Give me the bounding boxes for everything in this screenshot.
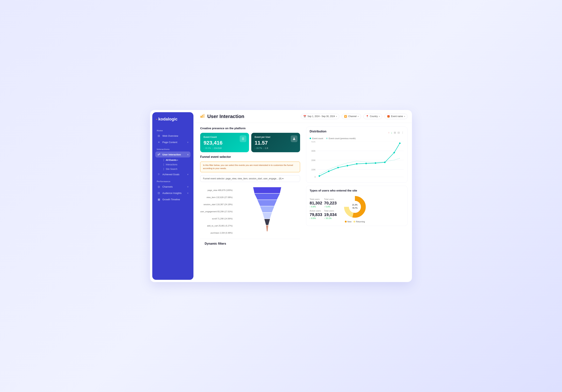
chevron-icon-3: ▾ <box>379 115 380 117</box>
distribution-title: Distribution <box>310 130 327 133</box>
main-area: User Interaction 📅 Sep 1, 2024 - Sep 30,… <box>196 110 412 282</box>
funnel-row-label-3: user_engagement 83,299 (17.01%) <box>200 208 234 215</box>
event-count-label: Event Count <box>204 136 246 138</box>
funnel-section-title: Funnel event selector <box>200 155 300 159</box>
chevron-down-icon-4: ∨ <box>187 192 188 194</box>
chevron-down-icon-2: ∨ <box>187 173 188 176</box>
interactions-section-label: Interactions <box>157 148 190 150</box>
event-per-user-value: 11.57 <box>255 140 297 146</box>
flag-icon: ⚐ <box>157 173 161 176</box>
legend-dot-previous <box>326 138 328 139</box>
sidebar-item-page-content[interactable]: ≡ Page Content ∨ <box>155 139 190 145</box>
new-dot <box>345 221 347 223</box>
legend-dot-current <box>310 138 311 139</box>
user-stat-3: Total users 19,034 ↑ 33.1% <box>324 210 337 219</box>
event-per-user-abs: ↑ 1.9 <box>264 147 268 149</box>
svg-point-26 <box>365 163 367 164</box>
date-range-filter[interactable]: 📅 Sep 1, 2024 - Sep 30, 2024 ▾ <box>301 114 339 119</box>
funnel-info-box: In this filter below, you can select the… <box>200 161 300 172</box>
svg-marker-8 <box>262 213 272 219</box>
funnel-dropdown[interactable]: Funnel event selector: page_view, view_i… <box>200 175 300 182</box>
grid-icon: ⊟ <box>157 134 161 137</box>
sidebar-item-achieved-goals[interactable]: ⚐ Achieved Goals ∨ <box>155 171 190 177</box>
kpi-row: ☰ Event Count 923,416 ↑ 30.3% ↑ 214,518 … <box>200 133 300 152</box>
sidebar-sub-interactions[interactable]: Interactions <box>162 162 190 167</box>
svg-point-29 <box>393 152 395 153</box>
distribution-actions: ↑ ↓ ⊞ ⊟ ⋮ <box>388 131 404 134</box>
chevron-icon: ▾ <box>336 115 337 117</box>
svg-point-38 <box>349 201 361 213</box>
svg-marker-5 <box>254 194 280 200</box>
dynamic-filters-section: Dynamic filters <box>200 239 300 248</box>
event-per-user-change: ↑ 19.7% ↑ 1.9 <box>255 147 297 149</box>
user-types-title: Types of users who entered the site <box>310 189 404 192</box>
location-icon: 📍 <box>366 115 369 118</box>
sidebar-item-channels[interactable]: ◎ Channels ∨ <box>155 184 190 190</box>
gift-icon: 🎁 <box>387 115 390 118</box>
list-icon: ≡ <box>157 141 161 144</box>
left-panel: Creative presence on the platform ☰ Even… <box>196 123 304 260</box>
event-count-value: 923,416 <box>204 140 246 146</box>
svg-text:0: 0 <box>315 176 316 178</box>
sidebar-sub-all-events[interactable]: All Events • <box>162 158 190 162</box>
channels-icon: ◎ <box>157 185 161 188</box>
donut-legend: New Returning <box>345 220 365 223</box>
page-header: User Interaction 📅 Sep 1, 2024 - Sep 30,… <box>196 110 412 123</box>
event-per-user-card: Event per User 11.57 ↑ 19.7% ↑ 1.9 <box>251 133 300 152</box>
svg-point-28 <box>384 161 386 163</box>
svg-text:200K: 200K <box>311 159 316 161</box>
sidebar-item-growth-timeline[interactable]: ▦ Growth Timeline <box>155 196 190 202</box>
header-filters: 📅 Sep 1, 2024 - Sep 30, 2024 ▾ 🔀 Channel… <box>301 114 408 119</box>
channel-icon: 🔀 <box>344 115 347 118</box>
svg-point-23 <box>337 167 339 168</box>
page-icon <box>200 113 205 119</box>
sidebar: ● kodalogic Home ⊟ Web Overview ≡ Page C… <box>152 112 193 280</box>
content-grid: Creative presence on the platform ☰ Even… <box>196 123 412 282</box>
country-filter[interactable]: 📍 Country ▾ <box>363 114 382 119</box>
chevron-icon-4: ▾ <box>404 115 405 117</box>
event-per-user-label: Event per User <box>255 136 297 138</box>
svg-marker-9 <box>264 219 270 225</box>
svg-marker-6 <box>258 200 277 206</box>
user-types-body: Total users 81,302 ↑ 8.8% Total users 70… <box>310 195 404 223</box>
sidebar-item-user-interaction[interactable]: ☍ User Interaction ∧ <box>155 151 190 158</box>
header-title-area: User Interaction <box>200 113 244 119</box>
channel-filter[interactable]: 🔀 Channel ▾ <box>342 114 361 119</box>
funnel-row-label-2: session_start 118,387 (24.18%) <box>200 201 234 208</box>
event-count-change: ↑ 30.3% ↑ 214,518 <box>204 147 246 149</box>
sidebar-logo: ● kodalogic <box>155 117 190 122</box>
chevron-down-icon-3: ∨ <box>187 185 188 188</box>
distribution-header: Distribution ↑ ↓ ⊞ ⊟ ⋮ <box>310 130 404 135</box>
calendar-icon: 📅 <box>303 115 306 118</box>
sidebar-item-web-overview[interactable]: ⊟ Web Overview <box>155 133 190 139</box>
chart-type-icon[interactable]: ⊞ <box>394 131 396 134</box>
funnel-row-label-0: page_view 489,679 (100%) <box>200 187 234 193</box>
svg-point-21 <box>319 175 320 177</box>
svg-point-27 <box>375 162 376 164</box>
page-title: User Interaction <box>207 114 244 119</box>
arrow-down-icon[interactable]: ↓ <box>391 131 392 134</box>
filter-icon[interactable]: ⊟ <box>398 131 400 134</box>
chevron-icon-2: ▾ <box>358 115 359 117</box>
right-panel: Distribution ↑ ↓ ⊞ ⊟ ⋮ Event count <box>304 123 412 260</box>
sidebar-sub-site-search[interactable]: Site Search <box>162 167 190 171</box>
event-name-filter[interactable]: 🎁 Event name ▾ <box>385 114 408 119</box>
line-chart-svg: 400K 300K 200K 100K 0 <box>310 141 404 179</box>
legend-previous: Event count (previous month) <box>326 137 356 139</box>
user-types-card: Types of users who entered the site Tota… <box>306 186 408 226</box>
funnel-row-label-1: view_item 132,626 (27.08%) <box>200 194 234 200</box>
arrow-up-icon[interactable]: ↑ <box>388 131 389 134</box>
donut-section: 21.3% 78.7% New Returning <box>343 195 367 223</box>
sidebar-item-audience-insights[interactable]: ⊡ Audience Insights ∨ <box>155 190 190 196</box>
event-count-card: ☰ Event Count 923,416 ↑ 30.3% ↑ 214,518 <box>200 133 249 152</box>
svg-marker-7 <box>260 206 274 212</box>
svg-point-24 <box>347 165 348 166</box>
creative-presence-title: Creative presence on the platform <box>200 127 300 130</box>
funnel-row-label-5: add_to_cart 25,801 (5.27%) <box>200 223 234 229</box>
performance-section-label: Performance <box>157 180 190 183</box>
svg-text:100K: 100K <box>311 169 316 171</box>
more-icon[interactable]: ⋮ <box>401 131 404 134</box>
user-stat-2: Active users 79,833 ↑ 8.9% <box>310 210 322 219</box>
funnel-labels: page_view 489,679 (100%) view_item 132,6… <box>200 186 234 236</box>
svg-text:78.7%: 78.7% <box>352 207 357 209</box>
